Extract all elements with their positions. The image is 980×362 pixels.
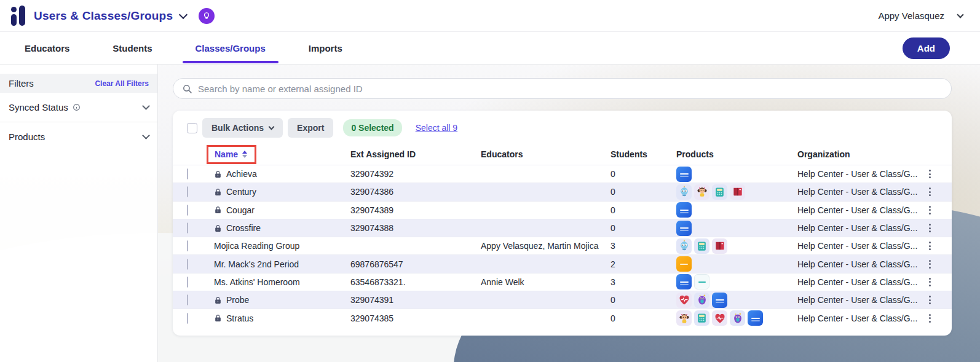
tab-imports[interactable]: Imports: [309, 33, 342, 63]
row-checkbox[interactable]: [187, 294, 188, 305]
product-icon-tile-blue: [676, 167, 692, 182]
column-header-ext-id: Ext Assigned ID: [350, 149, 481, 159]
cell-products: [676, 274, 797, 289]
product-icon-tile-blue: [676, 221, 692, 236]
product-icon-robot: [676, 238, 692, 254]
table-row: Cougar3290743890Help Center - User & Cla…: [173, 201, 952, 219]
row-checkbox[interactable]: [187, 313, 188, 324]
row-kebab-menu-icon[interactable]: [925, 221, 934, 235]
info-icon[interactable]: [73, 103, 81, 111]
product-icon-calculator: [712, 184, 727, 200]
cell-educators: Appy Velasquez, Martin Mojica: [481, 241, 611, 251]
cell-students: 3: [611, 241, 676, 251]
filters-sidebar: Filters Clear All Filters Synced Status …: [0, 65, 158, 362]
product-icon-book: [712, 238, 727, 254]
cell-organization: Help Center - User & Class/G...: [797, 277, 925, 287]
cell-products: [676, 167, 797, 182]
column-header-students: Students: [611, 149, 676, 159]
export-button[interactable]: Export: [288, 118, 333, 138]
search-bar[interactable]: [173, 78, 952, 99]
cell-organization: Help Center - User & Class/G...: [797, 187, 925, 197]
lock-icon: [214, 224, 222, 232]
filter-synced-status[interactable]: Synced Status: [0, 93, 157, 122]
select-all-link[interactable]: Select all 9: [416, 123, 457, 133]
cell-ext-id: 329074392: [350, 169, 481, 179]
table-row: Century3290743860Help Center - User & Cl…: [173, 183, 952, 200]
cell-organization: Help Center - User & Class/G...: [797, 259, 925, 269]
cell-name[interactable]: Crossfire: [214, 223, 350, 233]
cell-students: 0: [611, 223, 676, 233]
select-all-checkbox[interactable]: [187, 123, 197, 133]
row-kebab-menu-icon[interactable]: [925, 258, 934, 271]
table-row: Crossfire3290743880Help Center - User & …: [173, 219, 952, 237]
chevron-down-icon: [269, 124, 275, 130]
sort-toggle-icon: [242, 151, 247, 158]
row-checkbox[interactable]: [187, 186, 188, 197]
annotation-box-name-sort[interactable]: Name: [207, 145, 256, 164]
page-title: Users & Classes/Groups: [34, 9, 173, 23]
cell-name[interactable]: Mr. Mack's 2nd Period: [214, 259, 350, 269]
product-icon-calculator: [694, 310, 709, 326]
tab-educators[interactable]: Educators: [25, 33, 69, 63]
add-button[interactable]: Add: [903, 37, 950, 59]
product-icon-monster: [730, 310, 745, 326]
row-kebab-menu-icon[interactable]: [925, 185, 934, 199]
cell-products: [676, 221, 797, 236]
cell-name[interactable]: Probe: [214, 295, 350, 305]
lock-icon: [214, 314, 222, 322]
product-icon-tile-blue: [676, 202, 692, 218]
product-icon-tile-blue: [676, 274, 692, 289]
row-kebab-menu-icon[interactable]: [925, 203, 934, 217]
tab-students[interactable]: Students: [113, 33, 152, 63]
cell-ext-id: 329074391: [350, 295, 481, 305]
row-checkbox[interactable]: [187, 168, 188, 179]
cell-students: 0: [611, 187, 676, 197]
cell-products: [676, 256, 797, 272]
title-chevron-down-icon[interactable]: [179, 10, 188, 18]
user-chevron-down-icon: [957, 11, 963, 18]
product-icon-tile-blue: [748, 310, 763, 326]
cell-products: [676, 293, 797, 308]
cell-name[interactable]: Ms. Atkins' Homeroom: [214, 277, 350, 287]
cell-name[interactable]: Stratus: [214, 313, 350, 323]
row-kebab-menu-icon[interactable]: [925, 275, 934, 289]
user-menu[interactable]: Appy Velasquez: [878, 10, 963, 21]
cell-ext-id: 329074386: [350, 187, 481, 197]
row-kebab-menu-icon[interactable]: [925, 312, 934, 325]
cell-name[interactable]: Cougar: [214, 205, 350, 215]
cell-name[interactable]: Century: [214, 187, 350, 197]
help-lightbulb-icon[interactable]: [199, 8, 215, 24]
row-checkbox[interactable]: [187, 277, 188, 288]
column-header-products: Products: [676, 149, 797, 159]
cell-name[interactable]: Mojica Reading Group: [214, 241, 350, 251]
row-checkbox[interactable]: [187, 205, 188, 216]
selected-count-badge: 0 Selected: [343, 119, 401, 136]
clear-all-filters-link[interactable]: Clear All Filters: [95, 79, 149, 88]
cell-products: [676, 310, 797, 326]
search-icon: [182, 84, 192, 94]
lock-icon: [214, 206, 222, 214]
column-header-educators: Educators: [481, 149, 611, 159]
row-kebab-menu-icon[interactable]: [925, 239, 934, 253]
row-kebab-menu-icon[interactable]: [925, 167, 934, 181]
cell-educators: Annie Welk: [481, 277, 611, 287]
product-icon-heart: [676, 293, 692, 308]
tab-classes-groups[interactable]: Classes/Groups: [196, 33, 266, 63]
table-row: Mojica Reading GroupAppy Velasquez, Mart…: [173, 237, 952, 254]
bulk-actions-button[interactable]: Bulk Actions: [202, 118, 283, 138]
chevron-down-icon: [142, 102, 150, 110]
row-checkbox[interactable]: [187, 240, 188, 251]
cell-name[interactable]: Achieva: [214, 169, 350, 179]
filter-products[interactable]: Products: [0, 122, 157, 151]
filters-title: Filters: [9, 78, 34, 89]
row-kebab-menu-icon[interactable]: [925, 293, 934, 307]
cell-ext-id: 69876876547: [350, 259, 481, 269]
table-row: Probe3290743910Help Center - User & Clas…: [173, 291, 952, 309]
row-checkbox[interactable]: [187, 222, 188, 234]
search-input[interactable]: [198, 84, 942, 94]
cell-ext-id: 329074385: [350, 313, 481, 323]
lock-icon: [214, 296, 222, 304]
cell-ext-id: 329074388: [350, 223, 481, 233]
row-checkbox[interactable]: [187, 259, 188, 270]
table-row: Stratus3290743850Help Center - User & Cl…: [173, 309, 952, 326]
